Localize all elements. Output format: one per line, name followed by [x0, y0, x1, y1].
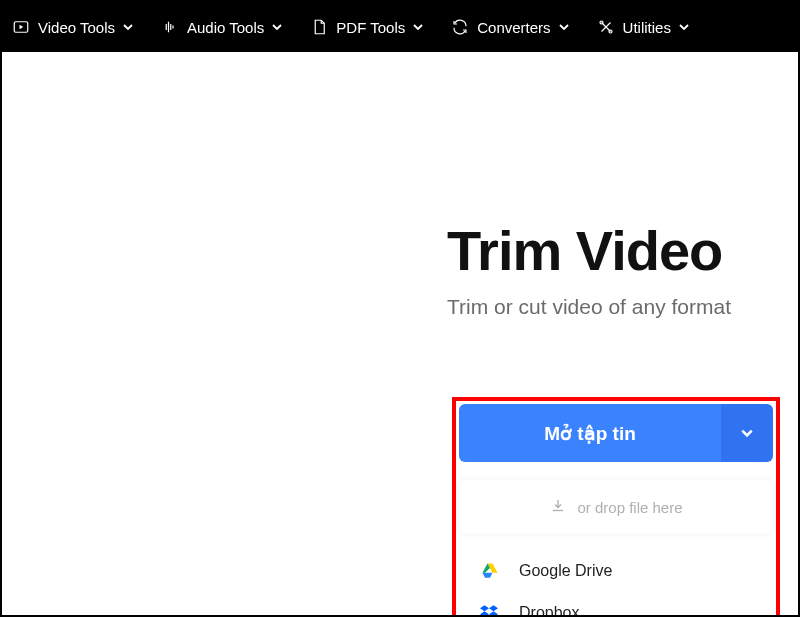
drop-hint-text: or drop file here [577, 499, 682, 516]
download-icon [549, 497, 567, 518]
nav-audio-tools[interactable]: Audio Tools [161, 18, 282, 36]
nav-converters[interactable]: Converters [451, 18, 568, 36]
document-icon [310, 18, 328, 36]
source-label: Google Drive [519, 562, 612, 580]
nav-label: Converters [477, 19, 550, 36]
source-list: Google Drive Dropbox From URL [459, 550, 773, 617]
source-label: Dropbox [519, 604, 579, 617]
chevron-down-icon [679, 22, 689, 32]
drop-file-zone[interactable]: or drop file here [459, 480, 773, 534]
nav-label: Utilities [623, 19, 671, 36]
page-subtitle: Trim or cut video of any format [447, 295, 731, 319]
nav-label: Audio Tools [187, 19, 264, 36]
waveform-icon [161, 18, 179, 36]
nav-label: PDF Tools [336, 19, 405, 36]
page-title: Trim Video [447, 222, 731, 281]
refresh-icon [451, 18, 469, 36]
file-source-panel: Mở tập tin or drop file here Google Driv… [452, 397, 780, 617]
chevron-down-icon [272, 22, 282, 32]
chevron-down-icon [740, 426, 754, 440]
open-file-label: Mở tập tin [459, 404, 721, 462]
chevron-down-icon [123, 22, 133, 32]
chevron-down-icon [559, 22, 569, 32]
google-drive-icon [479, 560, 501, 582]
nav-pdf-tools[interactable]: PDF Tools [310, 18, 423, 36]
dropbox-icon [479, 602, 501, 617]
source-google-drive[interactable]: Google Drive [459, 550, 773, 592]
open-file-button[interactable]: Mở tập tin [459, 404, 773, 462]
nav-label: Video Tools [38, 19, 115, 36]
tools-icon [597, 18, 615, 36]
hero: Trim Video Trim or cut video of any form… [447, 222, 731, 319]
chevron-down-icon [413, 22, 423, 32]
play-rect-icon [12, 18, 30, 36]
open-file-dropdown-toggle[interactable] [721, 404, 773, 462]
nav-video-tools[interactable]: Video Tools [12, 18, 133, 36]
nav-utilities[interactable]: Utilities [597, 18, 689, 36]
top-nav: Video Tools Audio Tools PDF Tools Conver… [2, 2, 798, 52]
source-dropbox[interactable]: Dropbox [459, 592, 773, 617]
main-area: Trim Video Trim or cut video of any form… [2, 52, 798, 615]
